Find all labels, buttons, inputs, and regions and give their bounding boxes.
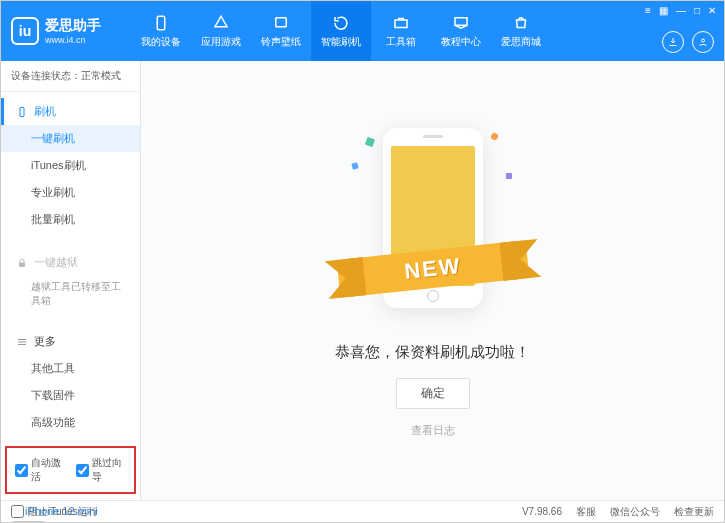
check-update-link[interactable]: 检查更新 xyxy=(674,505,714,519)
svg-point-4 xyxy=(702,39,705,42)
hamburger-icon xyxy=(16,336,28,348)
svg-rect-0 xyxy=(157,16,165,30)
menu-button[interactable]: ≡ xyxy=(645,5,651,16)
svg-rect-6 xyxy=(19,262,25,267)
nav-ringtone-wallpaper[interactable]: 铃声壁纸 xyxy=(251,1,311,61)
sidebar-item-download-firmware[interactable]: 下载固件 xyxy=(1,382,140,409)
checkbox-input[interactable] xyxy=(11,505,24,518)
ribbon-text: NEW xyxy=(403,253,463,285)
maximize-button[interactable]: □ xyxy=(694,5,700,16)
nav-label: 爱思商城 xyxy=(501,35,541,49)
sidebar-item-batch-flash[interactable]: 批量刷机 xyxy=(1,206,140,233)
sidebar-more-header[interactable]: 更多 xyxy=(1,328,140,355)
app-url: www.i4.cn xyxy=(45,35,101,45)
refresh-icon xyxy=(332,14,350,32)
nav-smart-flash[interactable]: 智能刷机 xyxy=(311,1,371,61)
window-controls: ≡ ▦ — □ ✕ xyxy=(645,5,716,16)
sidebar-item-pro-flash[interactable]: 专业刷机 xyxy=(1,179,140,206)
themes-button[interactable]: ▦ xyxy=(659,5,668,16)
skip-wizard-checkbox[interactable]: 跳过向导 xyxy=(76,456,127,484)
nav-my-device[interactable]: 我的设备 xyxy=(131,1,191,61)
app-name: 爱思助手 xyxy=(45,17,101,35)
nav-tutorial[interactable]: 教程中心 xyxy=(431,1,491,61)
toolbox-icon xyxy=(392,14,410,32)
sidebar: 设备连接状态：正常模式 刷机 一键刷机 iTunes刷机 专业刷机 批量刷机 一… xyxy=(1,61,141,500)
nav-apps-games[interactable]: 应用游戏 xyxy=(191,1,251,61)
sidebar-item-advanced[interactable]: 高级功能 xyxy=(1,409,140,436)
app-header: iu 爱思助手 www.i4.cn 我的设备 应用游戏 铃声壁纸 智能刷机 工具… xyxy=(1,1,724,61)
wechat-link[interactable]: 微信公众号 xyxy=(610,505,660,519)
nav-label: 智能刷机 xyxy=(321,35,361,49)
success-message: 恭喜您，保资料刷机成功啦！ xyxy=(335,343,530,362)
sidebar-item-oneclick-flash[interactable]: 一键刷机 xyxy=(1,125,140,152)
connection-status: 设备连接状态：正常模式 xyxy=(1,61,140,92)
minimize-button[interactable]: — xyxy=(676,5,686,16)
main-nav: 我的设备 应用游戏 铃声壁纸 智能刷机 工具箱 教程中心 爱思商城 xyxy=(131,1,551,61)
book-icon xyxy=(452,14,470,32)
checkbox-label: 自动激活 xyxy=(31,456,66,484)
nav-shop[interactable]: 爱思商城 xyxy=(491,1,551,61)
logo-icon: iu xyxy=(11,17,39,45)
close-button[interactable]: ✕ xyxy=(708,5,716,16)
flash-options-box: 自动激活 跳过向导 xyxy=(5,446,136,494)
success-illustration: NEW xyxy=(358,123,508,323)
checkbox-input[interactable] xyxy=(15,464,28,477)
checkbox-input[interactable] xyxy=(76,464,89,477)
shop-icon xyxy=(512,14,530,32)
header-actions xyxy=(662,31,714,53)
music-icon xyxy=(272,14,290,32)
svg-rect-1 xyxy=(276,17,287,26)
svg-rect-5 xyxy=(20,107,24,116)
svg-rect-2 xyxy=(395,20,407,28)
nav-label: 铃声壁纸 xyxy=(261,35,301,49)
apps-icon xyxy=(212,14,230,32)
download-icon xyxy=(667,36,679,48)
phone-icon xyxy=(152,14,170,32)
nav-label: 教程中心 xyxy=(441,35,481,49)
nav-label: 工具箱 xyxy=(386,35,416,49)
phone-icon xyxy=(16,106,28,118)
block-itunes-checkbox[interactable]: 阻止iTunes运行 xyxy=(11,505,98,519)
nav-label: 我的设备 xyxy=(141,35,181,49)
sidebar-section-label: 一键越狱 xyxy=(34,255,78,270)
app-logo: iu 爱思助手 www.i4.cn xyxy=(1,17,131,45)
download-button[interactable] xyxy=(662,31,684,53)
status-value: 正常模式 xyxy=(81,70,121,81)
svg-rect-3 xyxy=(455,17,467,25)
status-label: 设备连接状态： xyxy=(11,70,81,81)
view-log-link[interactable]: 查看日志 xyxy=(411,423,455,438)
user-icon xyxy=(697,36,709,48)
sidebar-flash-header[interactable]: 刷机 xyxy=(1,98,140,125)
customer-service-link[interactable]: 客服 xyxy=(576,505,596,519)
sidebar-item-other-tools[interactable]: 其他工具 xyxy=(1,355,140,382)
nav-toolbox[interactable]: 工具箱 xyxy=(371,1,431,61)
confirm-button[interactable]: 确定 xyxy=(396,378,470,409)
main-content: NEW 恭喜您，保资料刷机成功啦！ 确定 查看日志 xyxy=(141,61,724,500)
auto-activate-checkbox[interactable]: 自动激活 xyxy=(15,456,66,484)
sidebar-section-label: 刷机 xyxy=(34,104,56,119)
nav-label: 应用游戏 xyxy=(201,35,241,49)
sidebar-jailbreak-header[interactable]: 一键越狱 xyxy=(1,249,140,276)
checkbox-label: 阻止iTunes运行 xyxy=(28,505,98,519)
version-label: V7.98.66 xyxy=(522,506,562,517)
account-button[interactable] xyxy=(692,31,714,53)
checkbox-label: 跳过向导 xyxy=(92,456,127,484)
lock-icon xyxy=(16,257,28,269)
jailbreak-note: 越狱工具已转移至工具箱 xyxy=(1,276,140,312)
sidebar-item-itunes-flash[interactable]: iTunes刷机 xyxy=(1,152,140,179)
sidebar-section-label: 更多 xyxy=(34,334,56,349)
